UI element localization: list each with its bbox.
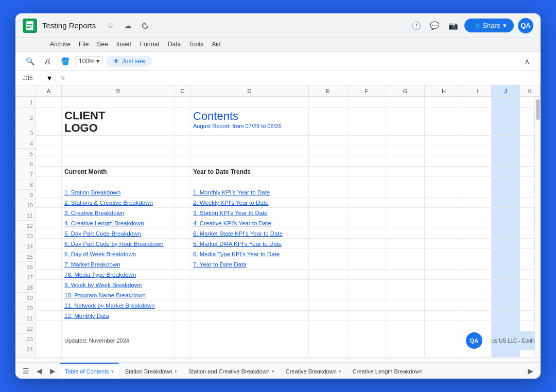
cell-f8[interactable] [348, 187, 386, 197]
cell-g22[interactable] [386, 331, 425, 350]
cell-e12[interactable] [309, 228, 348, 238]
tab-creative-breakdown[interactable]: Creative Breakdown ▾ [281, 363, 346, 379]
cell-c15[interactable] [175, 259, 190, 269]
cell-b7[interactable] [62, 177, 175, 187]
star-icon[interactable]: ☆ [103, 19, 117, 33]
cell-k10[interactable] [520, 208, 534, 218]
cell-k13[interactable] [520, 239, 534, 248]
cell-k20[interactable] [520, 311, 534, 320]
cell-i6[interactable] [463, 167, 492, 176]
cell-g23[interactable] [386, 350, 425, 357]
cell-f21[interactable] [348, 321, 386, 331]
cell-i23[interactable] [463, 350, 492, 357]
cell-i19[interactable] [463, 300, 492, 310]
cell-k11[interactable] [520, 218, 534, 228]
cell-h5[interactable] [425, 156, 463, 166]
cell-d11[interactable]: 4. Creative KPI's Year to Date [190, 218, 309, 228]
link-weekly-kpi[interactable]: 2. Weekly KPI's Year to Date [193, 200, 268, 206]
cell-a3[interactable] [36, 136, 62, 146]
cell-d7[interactable] [190, 177, 309, 187]
link-stations-creative-breakdown[interactable]: 2. Stations & Creative Breakdown [64, 200, 153, 206]
cell-j3[interactable] [492, 136, 520, 146]
cell-h11[interactable] [425, 218, 463, 228]
cell-i10[interactable] [463, 208, 492, 218]
menu-file[interactable]: File [75, 39, 92, 49]
cell-i2[interactable] [463, 108, 492, 135]
cell-a22[interactable] [36, 331, 62, 350]
link-day-part-code[interactable]: 5. Day Part Code Breakdown [64, 230, 141, 237]
cell-g1[interactable] [386, 97, 425, 107]
cell-a11[interactable] [36, 218, 62, 228]
col-header-h[interactable]: H [425, 85, 463, 97]
tab-creative-length[interactable]: Creative Length Breakdown [348, 363, 428, 379]
cell-d19[interactable] [190, 300, 309, 310]
cell-h21[interactable] [425, 321, 463, 331]
cell-j10[interactable] [492, 208, 520, 218]
cell-f6[interactable] [348, 167, 386, 176]
cell-a2[interactable] [36, 108, 62, 135]
cell-e15[interactable] [309, 259, 348, 269]
cell-a4[interactable] [36, 146, 62, 156]
cell-e19[interactable] [309, 300, 348, 310]
cell-c1[interactable] [175, 97, 190, 107]
tab-creative-dropdown[interactable]: ▾ [339, 369, 341, 374]
collapse-toolbar-button[interactable]: ∧ [521, 55, 533, 67]
history-btn[interactable]: 🕐 [409, 19, 423, 33]
cell-d6[interactable]: Year to Date Trends [190, 167, 309, 176]
cell-j13[interactable] [492, 239, 520, 248]
cell-k19[interactable] [520, 300, 534, 310]
scroll-thumb[interactable] [536, 99, 540, 120]
cell-a16[interactable] [36, 270, 62, 279]
col-header-a[interactable]: A [36, 85, 62, 97]
cell-b14[interactable]: 6. Day of Week Breakdown [62, 249, 175, 259]
cell-i4[interactable] [463, 146, 492, 156]
cell-k15[interactable] [520, 259, 534, 269]
cell-i12[interactable] [463, 228, 492, 238]
cell-i11[interactable] [463, 218, 492, 228]
cell-e20[interactable] [309, 311, 348, 320]
cell-d3[interactable] [190, 136, 309, 146]
cell-h12[interactable] [425, 228, 463, 238]
user-avatar[interactable]: QA [518, 18, 533, 33]
col-header-j[interactable]: J [492, 85, 520, 97]
cell-c11[interactable] [175, 218, 190, 228]
cell-f16[interactable] [348, 270, 386, 279]
link-market-dma-kpi[interactable]: 5. Market DMA KPI's Year to Date [193, 241, 282, 247]
link-market-state-kpi[interactable]: 6. Market State KPI's Year to Date [193, 230, 283, 237]
cell-j2[interactable] [492, 108, 520, 135]
cell-c20[interactable] [175, 311, 190, 320]
cell-d12[interactable]: 6. Market State KPI's Year to Date [190, 228, 309, 238]
cell-f20[interactable] [348, 311, 386, 320]
menu-insert[interactable]: Insert [113, 39, 135, 49]
cell-h17[interactable] [425, 280, 463, 290]
cell-c21[interactable] [175, 321, 190, 331]
cell-c8[interactable] [175, 187, 190, 197]
cell-a14[interactable] [36, 249, 62, 259]
cell-a17[interactable] [36, 280, 62, 290]
cell-h7[interactable] [425, 177, 463, 187]
cell-c7[interactable] [175, 177, 190, 187]
cell-d4[interactable] [190, 146, 309, 156]
cell-i8[interactable] [463, 187, 492, 197]
cell-k5[interactable] [520, 156, 534, 166]
horizontal-scrollbar[interactable] [15, 357, 541, 362]
cell-i7[interactable] [463, 177, 492, 187]
cell-b23[interactable] [62, 350, 175, 357]
cell-j18[interactable] [492, 290, 520, 300]
cell-c12[interactable] [175, 228, 190, 238]
cell-g18[interactable] [386, 290, 425, 300]
cell-j12[interactable] [492, 228, 520, 238]
cell-i9[interactable] [463, 198, 492, 207]
menu-format[interactable]: Format [136, 39, 163, 49]
cell-j5[interactable] [492, 156, 520, 166]
cell-d20[interactable] [190, 311, 309, 320]
cell-e23[interactable] [309, 350, 348, 357]
cell-j21[interactable] [492, 321, 520, 331]
cell-g11[interactable] [386, 218, 425, 228]
cell-j23[interactable] [492, 350, 520, 357]
cell-f17[interactable] [348, 280, 386, 290]
cell-f7[interactable] [348, 177, 386, 187]
cell-c14[interactable] [175, 249, 190, 259]
cell-e5[interactable] [309, 156, 348, 166]
cell-b10[interactable]: 3. Creative Breakdown [62, 208, 175, 218]
